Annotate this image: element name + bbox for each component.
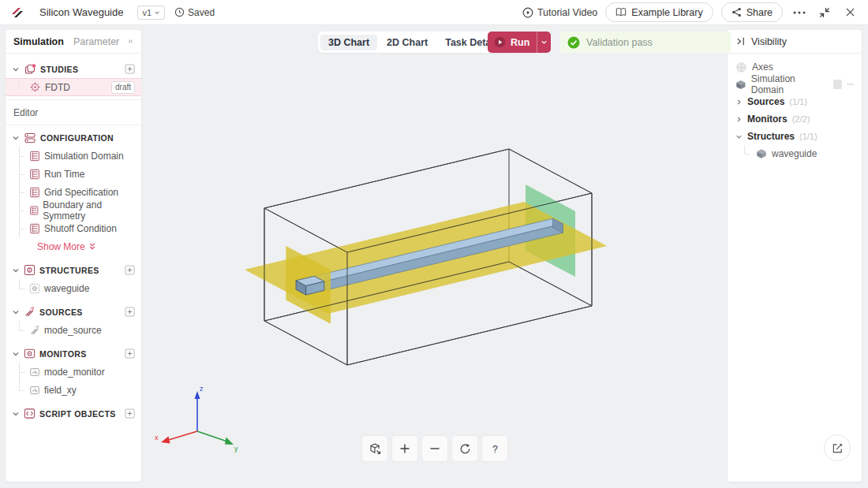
more-menu-button[interactable]: [791, 4, 808, 21]
share-button[interactable]: Share: [721, 2, 783, 22]
field-xy-monitor-plane[interactable]: [245, 202, 607, 314]
mini-ellipsis-icon[interactable]: [847, 83, 854, 86]
example-library-button[interactable]: Example Library: [605, 2, 713, 22]
reset-view-button[interactable]: [452, 436, 477, 461]
add-study-button[interactable]: [125, 64, 135, 74]
tab-simulation[interactable]: Simulation: [13, 36, 64, 47]
config-item-simulation-domain[interactable]: Simulation Domain: [6, 147, 141, 165]
visibility-item-waveguide[interactable]: waveguide: [728, 145, 862, 162]
tab-2d-chart[interactable]: 2D Chart: [379, 35, 436, 50]
double-chevron-down-icon: [88, 242, 96, 251]
chevron-down-icon[interactable]: [12, 134, 20, 142]
settings-form-icon: [29, 223, 40, 234]
fit-view-button[interactable]: [362, 436, 387, 461]
chevron-down-icon[interactable]: [735, 133, 743, 140]
close-button[interactable]: [841, 4, 859, 21]
run-button[interactable]: Run: [488, 32, 551, 53]
add-source-button[interactable]: [125, 307, 135, 317]
visibility-group-monitors[interactable]: Monitors(2/2): [728, 110, 862, 128]
studies-icon: [24, 63, 36, 76]
settings-form-icon: [29, 151, 40, 162]
section-monitors[interactable]: MONITORS: [6, 345, 141, 363]
tree-guide: [742, 145, 751, 162]
visibility-title: Visibility: [751, 36, 787, 47]
run-options-button[interactable]: [537, 32, 551, 53]
waveguide-stub[interactable]: [296, 276, 324, 295]
chevron-right-icon[interactable]: [735, 99, 743, 106]
domain-thumbnail-icon[interactable]: [833, 80, 842, 89]
project-title[interactable]: Silicon Waveguide: [33, 4, 129, 20]
config-item-boundary-symmetry[interactable]: Boundary and Symmetry: [6, 201, 141, 219]
mode-source-icon: [29, 325, 40, 336]
study-item-fdtd[interactable]: FDTD draft: [6, 78, 141, 96]
cube-icon: [756, 148, 767, 159]
section-studies[interactable]: STUDIES: [6, 60, 141, 78]
visibility-group-structures[interactable]: Structures(1/1): [728, 128, 862, 145]
chevron-down-icon[interactable]: [12, 65, 20, 73]
example-library-label: Example Library: [631, 7, 702, 18]
structure-object-icon: [29, 283, 40, 294]
section-structures[interactable]: STRUCTURES: [6, 261, 141, 279]
waveguide-structure[interactable]: [296, 218, 563, 295]
top-bar: Silicon Waveguide v1 Saved Tutorial Vide…: [0, 0, 868, 25]
section-script-objects[interactable]: SCRIPT OBJECTS: [6, 404, 141, 423]
play-circle-icon: [522, 7, 533, 18]
chevron-down-icon[interactable]: [12, 266, 20, 274]
fit-view-icon: [369, 442, 382, 456]
tree-guide: [17, 363, 25, 381]
zoom-out-icon: [429, 443, 440, 454]
tree-guide: [17, 165, 25, 183]
run-label: Run: [511, 37, 529, 48]
simulation-domain-wireframe: [264, 149, 592, 365]
mode-source-plane[interactable]: [286, 246, 331, 324]
reset-view-icon: [459, 443, 471, 455]
editor-section-label: Editor: [6, 103, 141, 121]
edit-notes-button[interactable]: [824, 434, 851, 461]
tutorial-video-button[interactable]: Tutorial Video: [522, 7, 597, 18]
section-sources[interactable]: SOURCES: [6, 303, 141, 321]
add-monitor-button[interactable]: [125, 348, 135, 359]
chevron-down-icon[interactable]: [12, 410, 20, 418]
show-more-button[interactable]: Show More: [6, 237, 141, 255]
axes-icon: [735, 61, 747, 73]
visibility-group-sources[interactable]: Sources(1/1): [728, 93, 862, 110]
tab-parameter[interactable]: Parameter: [73, 36, 119, 47]
visibility-item-simulation-domain[interactable]: Simulation Domain: [728, 76, 862, 93]
axis-label-x: x: [155, 434, 159, 441]
book-icon: [615, 7, 627, 17]
sources-label: SOURCES: [39, 307, 83, 317]
validation-banner: Validation pass: [560, 32, 731, 53]
source-item-mode-source[interactable]: mode_source: [6, 321, 141, 339]
monitor-item-field-xy[interactable]: field_xy: [6, 381, 141, 399]
tree-guide: [17, 219, 25, 237]
expand-panel-icon[interactable]: [735, 36, 746, 47]
chevron-right-icon[interactable]: [735, 116, 743, 123]
version-select[interactable]: v1: [137, 6, 165, 20]
monitor-item-mode-monitor[interactable]: mode_monitor: [6, 363, 141, 381]
settings-form-icon: [29, 205, 39, 216]
structures-label: STRUCTURES: [39, 266, 99, 275]
collapse-panel-icon[interactable]: [129, 36, 133, 47]
help-button[interactable]: ?: [482, 436, 507, 461]
collapse-window-button[interactable]: [816, 4, 833, 21]
config-item-shutoff-condition[interactable]: Shutoff Condition: [6, 219, 141, 237]
run-button-main[interactable]: Run: [488, 32, 537, 53]
zoom-out-button[interactable]: [422, 436, 447, 461]
add-script-object-button[interactable]: [125, 408, 135, 419]
structures-icon: [24, 264, 36, 276]
zoom-in-button[interactable]: [392, 436, 417, 461]
tab-3d-chart[interactable]: 3D Chart: [320, 35, 377, 50]
settings-form-icon: [29, 187, 40, 198]
app-logo-icon: [9, 6, 25, 19]
play-icon: [494, 36, 506, 48]
version-label: v1: [142, 8, 152, 17]
config-item-run-time[interactable]: Run Time: [6, 165, 141, 183]
chevron-down-icon[interactable]: [12, 350, 20, 358]
save-status: Saved: [174, 7, 215, 18]
mode-monitor-plane[interactable]: [526, 184, 575, 277]
chevron-down-icon[interactable]: [12, 308, 20, 316]
structure-item-waveguide[interactable]: waveguide: [6, 279, 141, 297]
close-icon: [846, 8, 855, 17]
section-configuration[interactable]: CONFIGURATION: [6, 129, 141, 147]
add-structure-button[interactable]: [125, 265, 135, 275]
